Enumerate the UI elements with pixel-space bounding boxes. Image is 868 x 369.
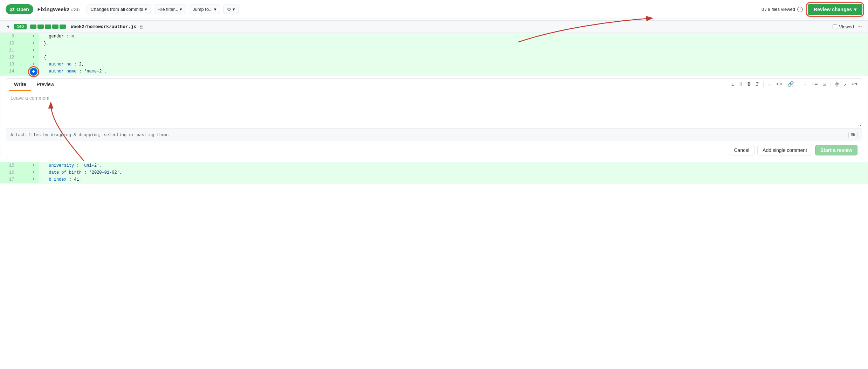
line-num-new <box>14 169 28 176</box>
link-icon[interactable]: 🔗 <box>786 81 795 89</box>
line-num-old: 14 <box>0 68 14 76</box>
file-path: Week2/homework/author.js <box>71 24 136 29</box>
pr-number: #36 <box>71 6 80 12</box>
attach-text: Attach files by dragging & dropping, sel… <box>11 132 170 139</box>
line-num-old: 11 <box>0 47 14 54</box>
line-marker: + <box>28 40 39 47</box>
line-num-new <box>14 162 28 169</box>
line-num-old: 16 <box>0 169 14 176</box>
cancel-button[interactable]: Cancel <box>729 145 755 155</box>
add-comment-button[interactable]: + <box>30 68 37 76</box>
preview-tab[interactable]: Preview <box>32 79 59 91</box>
plusminus-icon[interactable]: ± <box>730 81 736 89</box>
settings-dropdown[interactable]: ⚙ ▾ <box>223 5 239 14</box>
line-num-old: 10 <box>0 40 14 47</box>
file-header-left: ▼ 140 Week2/homework/author.js ⎘ <box>6 24 143 29</box>
line-num-new <box>14 61 28 68</box>
comment-footer: Attach files by dragging & dropping, sel… <box>6 128 862 141</box>
line-num-new <box>14 33 28 40</box>
line-num-old: 12 <box>0 54 14 61</box>
line-num-old: 15 <box>0 162 14 169</box>
line-code: university : 'uni-2', <box>39 162 868 169</box>
comment-form-cell: Write Preview ± H B I ≡ <> 🔗 <box>0 76 868 162</box>
bold-icon[interactable]: B <box>746 81 752 89</box>
line-num-new <box>14 176 28 183</box>
info-icon[interactable]: i <box>797 7 803 12</box>
table-row: 14 + author_name : 'name-2', <box>0 68 868 76</box>
viewed-checkbox-label[interactable]: Viewed <box>833 24 854 29</box>
chevron-down-icon: ▾ <box>854 7 856 12</box>
diff-table: 9 + gender : m 10 + }, 11 + 12 <box>0 33 868 183</box>
comment-textarea[interactable] <box>6 91 862 126</box>
table-row: 13 + author_no : 2, <box>0 61 868 68</box>
ordered-list-icon[interactable]: ≡= <box>811 81 819 89</box>
commits-dropdown[interactable]: Changes from all commits ▾ <box>87 5 151 14</box>
table-row: 9 + gender : m <box>0 33 868 40</box>
line-code: author_no : 2, <box>39 61 868 68</box>
table-row: 10 + }, <box>0 40 868 47</box>
line-code: }, <box>39 40 868 47</box>
divider <box>831 82 831 88</box>
line-num-new <box>14 68 28 76</box>
line-marker: + <box>28 176 39 183</box>
review-changes-button[interactable]: Review changes ▾ <box>808 4 862 15</box>
more-options-button[interactable]: ··· <box>857 23 862 30</box>
git-merge-icon: ⇄ <box>10 6 14 13</box>
line-code: date_of_birth : '2020-01-02', <box>39 169 868 176</box>
italic-icon[interactable]: I <box>755 81 760 89</box>
line-num-new <box>14 40 28 47</box>
chevron-down-icon: ▼ <box>6 24 11 29</box>
file-filter-dropdown[interactable]: File filter... ▾ <box>154 5 186 14</box>
table-row: 16 + date_of_birth : '2020-01-02', <box>0 169 868 176</box>
start-review-button[interactable]: Start a review <box>815 145 857 155</box>
line-marker: + <box>28 54 39 61</box>
line-num-old: 13 <box>0 61 14 68</box>
table-row: 15 + university : 'uni-2', <box>0 162 868 169</box>
reply-icon[interactable]: ↩▾ <box>850 81 859 89</box>
line-num-old: 17 <box>0 176 14 183</box>
markdown-icon: MD <box>848 132 857 138</box>
open-label: Open <box>16 7 29 12</box>
chevron-down-icon: ▾ <box>145 7 147 12</box>
copy-icon[interactable]: ⎘ <box>140 24 143 29</box>
comment-form: Write Preview ± H B I ≡ <> 🔗 <box>6 78 862 159</box>
code-icon[interactable]: <> <box>775 81 784 89</box>
file-header: ▼ 140 Week2/homework/author.js ⎘ Viewed … <box>0 20 868 33</box>
line-marker: + <box>28 33 39 40</box>
files-viewed: 0 / 9 files viewed i <box>762 7 803 12</box>
unordered-list-icon[interactable]: ≡ <box>802 81 808 89</box>
reference-icon[interactable]: ↗ <box>842 81 848 89</box>
line-code: gender : m <box>39 33 868 40</box>
lines-count: 140 <box>14 24 27 29</box>
line-code: b_index : 41, <box>39 176 868 183</box>
comment-tabs: Write Preview ± H B I ≡ <> 🔗 <box>6 79 862 91</box>
write-tab[interactable]: Write <box>9 79 31 91</box>
viewed-checkbox[interactable] <box>833 25 837 29</box>
table-row: 12 + { <box>0 54 868 61</box>
quote-icon[interactable]: ≡ <box>767 81 772 89</box>
heading-icon[interactable]: H <box>738 81 744 89</box>
line-marker: + <box>28 61 39 68</box>
chevron-down-icon: ▾ <box>214 7 216 12</box>
line-code: author_name : 'name-2', <box>39 68 868 76</box>
mention-icon[interactable]: @ <box>834 81 840 89</box>
line-marker: + <box>28 169 39 176</box>
pr-title: FixingWeek2 #36 <box>37 6 80 12</box>
add-single-comment-button[interactable]: Add single comment <box>757 145 812 155</box>
collapse-button[interactable]: ▼ <box>6 24 11 29</box>
line-add-comment-cell: + <box>28 68 39 76</box>
table-row: 17 + b_index : 41, <box>0 176 868 183</box>
file-header-right: Viewed ··· <box>833 23 862 30</box>
jump-to-dropdown[interactable]: Jump to... ▾ <box>189 5 220 14</box>
comment-actions: Cancel Add single comment Start a review <box>6 141 862 159</box>
comment-form-row: Write Preview ± H B I ≡ <> 🔗 <box>0 76 868 162</box>
line-code: { <box>39 54 868 61</box>
task-list-icon[interactable]: ☑ <box>822 81 827 89</box>
chevron-down-icon: ▾ <box>180 7 182 12</box>
line-marker: + <box>28 47 39 54</box>
line-num-old: 9 <box>0 33 14 40</box>
line-num-new <box>14 47 28 54</box>
line-num-new <box>14 54 28 61</box>
divider <box>763 82 764 88</box>
chevron-down-icon: ▾ <box>233 7 235 12</box>
